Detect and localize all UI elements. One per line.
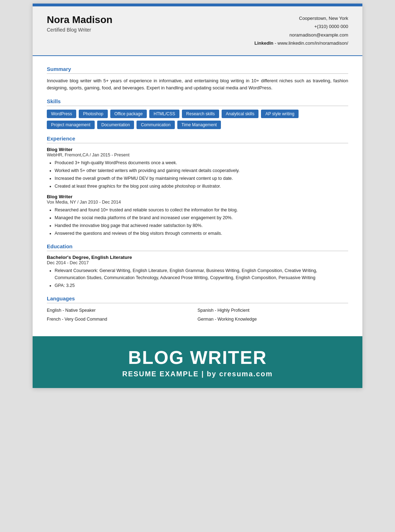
summary-text: Innovative blog writer with 5+ years of … <box>47 77 348 92</box>
list-item: Produced 3+ high-quality WordPress docum… <box>55 159 348 166</box>
skills-container: WordPressPhotoshopOffice packageHTML/CSS… <box>47 110 348 129</box>
lang-item: German - Working Knowledge <box>198 316 348 323</box>
main-content: Summary Innovative blog writer with 5+ y… <box>33 56 362 336</box>
contact-email: noramadison@example.com <box>255 31 348 39</box>
header-left: Nora Madison Certified Blog Writer <box>47 14 112 33</box>
experience-section: Experience Blog WriterWebHR, Fremont,CA … <box>47 135 348 237</box>
list-item: Handled the innovative blog page that ac… <box>55 222 348 229</box>
experience-container: Blog WriterWebHR, Fremont,CA / Jan 2015 … <box>47 147 348 237</box>
summary-title: Summary <box>47 66 348 72</box>
skill-badge: Communication <box>137 121 174 129</box>
edu-dates: Dec 2014 - Dec 2017 <box>47 260 348 265</box>
skill-badge: AP style writing <box>261 110 299 118</box>
languages-divider <box>47 303 348 303</box>
skills-section: Skills WordPressPhotoshopOffice packageH… <box>47 98 348 129</box>
summary-section: Summary Innovative blog writer with 5+ y… <box>47 66 348 92</box>
education-divider <box>47 251 348 251</box>
skills-divider <box>47 106 348 106</box>
skill-badge: WordPress <box>47 110 76 118</box>
footer-big-title: BLOG WRITER <box>47 348 348 368</box>
summary-divider <box>47 73 348 74</box>
lang-item: English - Native Speaker <box>47 307 198 314</box>
languages-title: Languages <box>47 295 348 301</box>
header-contact: Cooperstown, New York +(310) 0000 000 no… <box>255 14 348 48</box>
list-item: Created at least three graphics for the … <box>55 183 348 190</box>
edu-degree: Bachelor's Degree, English Literature <box>47 255 348 260</box>
skill-badge: Project management <box>47 121 95 129</box>
lang-item: Spanish - Highly Proficient <box>198 307 348 314</box>
footer-sub-title: RESUME EXAMPLE | by cresuma.com <box>47 370 348 378</box>
skill-badge: Photoshop <box>79 110 107 118</box>
footer-banner: BLOG WRITER RESUME EXAMPLE | by cresuma.… <box>33 336 362 388</box>
linkedin-label: LinkedIn <box>255 40 273 46</box>
list-item: Researched and found 10+ trusted and rel… <box>55 206 348 214</box>
skill-badge: Documentation <box>97 121 134 129</box>
top-accent-bar <box>33 4 362 6</box>
list-item: GPA: 3.25 <box>55 282 348 289</box>
resume-header: Nora Madison Certified Blog Writer Coope… <box>33 6 362 56</box>
skill-badge: Analytical skills <box>222 110 259 118</box>
skills-title: Skills <box>47 98 348 104</box>
list-item: Answered the questions and reviews of th… <box>55 230 348 237</box>
languages-section: Languages English - Native SpeakerSpanis… <box>47 295 348 323</box>
experience-divider <box>47 143 348 143</box>
contact-linkedin: LinkedIn - www.linkedin.com/in/noramadis… <box>255 39 348 47</box>
list-item: Managed the social media platforms of th… <box>55 214 348 221</box>
candidate-name: Nora Madison <box>47 14 112 26</box>
footer-sub-bold: by cresuma.com <box>207 370 273 378</box>
education-title: Education <box>47 243 348 249</box>
skill-badge: Research skills <box>182 110 219 118</box>
list-item: Increased the overall growth of the WPMU… <box>55 175 348 182</box>
skill-badge: Time Management <box>177 121 221 129</box>
experience-title: Experience <box>47 135 348 142</box>
contact-phone: +(310) 0000 000 <box>255 22 348 31</box>
contact-location: Cooperstown, New York <box>255 14 348 22</box>
footer-sub-plain: RESUME EXAMPLE | <box>122 370 207 378</box>
linkedin-text: - www.linkedin.com/in/noramadison/ <box>273 40 348 46</box>
languages-grid: English - Native SpeakerSpanish - Highly… <box>47 307 348 323</box>
education-section: Education Bachelor's Degree, English Lit… <box>47 243 348 289</box>
resume-page: Nora Madison Certified Blog Writer Coope… <box>33 4 362 388</box>
list-item: Worked with 5+ other talented writers wi… <box>55 167 348 174</box>
job-title: Blog Writer <box>47 194 348 199</box>
list-item: Relevant Coursework: General Writing, En… <box>55 267 348 281</box>
skill-badge: HTML/CSS <box>149 110 179 118</box>
lang-item: French - Very Good Command <box>47 316 198 323</box>
job-meta: Vox Media, NY / Jan 2010 - Dec 2014 <box>47 200 348 205</box>
job-bullets: Produced 3+ high-quality WordPress docum… <box>47 159 348 190</box>
job-title: Blog Writer <box>47 147 348 152</box>
job-bullets: Researched and found 10+ trusted and rel… <box>47 206 348 237</box>
skill-badge: Office package <box>110 110 147 118</box>
candidate-title: Certified Blog Writer <box>47 27 112 33</box>
job-meta: WebHR, Fremont,CA / Jan 2015 - Present <box>47 153 348 157</box>
edu-bullets: Relevant Coursework: General Writing, En… <box>47 267 348 289</box>
